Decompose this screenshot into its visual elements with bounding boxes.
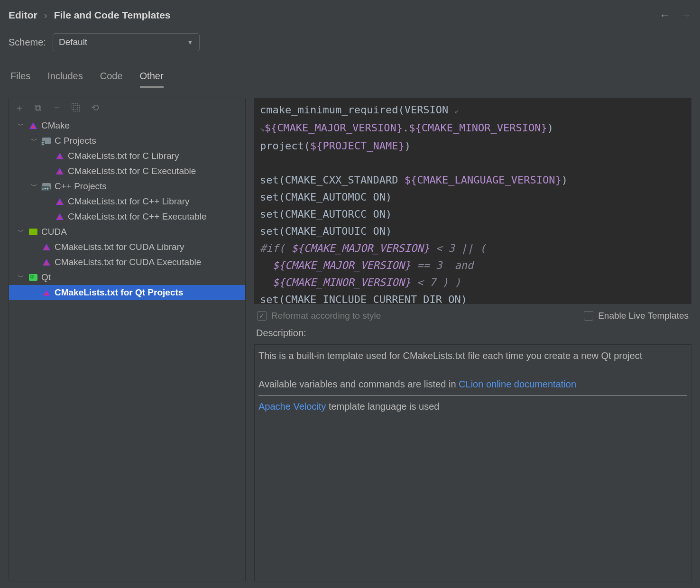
tree-label: CMakeLists.txt for CUDA Library (55, 242, 184, 252)
description-p3b: template language is used (326, 401, 439, 412)
breadcrumb-current: File and Code Templates (54, 9, 171, 21)
copy-template-icon[interactable]: ⧉ (34, 102, 42, 113)
add-icon[interactable]: ＋ (15, 101, 23, 114)
reformat-checkbox: ✓ Reformat according to style (257, 311, 381, 321)
back-arrow-icon[interactable]: ← (659, 9, 671, 22)
tree-node-cmake[interactable]: ﹀ CMake (9, 118, 245, 133)
tree-node-cuda-executable[interactable]: · CMakeLists.txt for CUDA Executable (9, 255, 245, 270)
soft-wrap-icon: ↘ (260, 124, 265, 133)
tree-label: CMakeLists.txt for C Executable (68, 166, 196, 176)
tree-node-cuda[interactable]: ﹀ CUDA (9, 224, 245, 239)
clion-docs-link[interactable]: CLion online documentation (459, 379, 576, 389)
live-templates-label: Enable Live Templates (598, 311, 689, 321)
tree-label: CMakeLists.txt for C Library (68, 151, 179, 161)
description-p1: This is a built-in template used for CMa… (258, 349, 687, 363)
tree-node-c-library[interactable]: · CMakeLists.txt for C Library (9, 148, 245, 164)
breadcrumb: Editor › File and Code Templates (9, 9, 171, 21)
tree-label: CMakeLists.txt for C++ Executable (68, 211, 207, 222)
tree-node-qt[interactable]: ﹀ Qt (9, 270, 245, 285)
tree-label: CMakeLists.txt for Qt Projects (55, 287, 183, 298)
checkbox-checked-icon: ✓ (257, 311, 267, 321)
tree-label: CMakeLists.txt for C++ Library (68, 196, 190, 207)
template-tree[interactable]: ﹀ CMake ﹀ c C Projects · CMakeLists.txt … (9, 117, 245, 581)
tree-label: CMake (41, 120, 70, 131)
folder-icon: c (41, 138, 52, 144)
tab-code[interactable]: Code (100, 71, 123, 88)
tree-label: CUDA (41, 227, 67, 237)
tree-label: Qt (41, 272, 51, 283)
tab-other[interactable]: Other (140, 71, 164, 88)
chevron-down-icon: ▼ (187, 38, 193, 46)
tree-node-cpp-library[interactable]: · CMakeLists.txt for C++ Library (9, 194, 245, 209)
apache-velocity-link[interactable]: Apache Velocity (258, 401, 326, 412)
tree-node-cuda-library[interactable]: · CMakeLists.txt for CUDA Library (9, 239, 245, 255)
cmake-icon (55, 198, 65, 205)
scheme-select[interactable]: Default ▼ (53, 33, 200, 51)
description-p2a: Available variables and commands are lis… (258, 379, 459, 389)
cmake-icon (55, 153, 65, 159)
tree-label: C Projects (55, 136, 96, 146)
tree-node-c-projects[interactable]: ﹀ c C Projects (9, 133, 245, 148)
chevron-right-icon: › (44, 9, 47, 21)
chevron-down-icon[interactable]: ﹀ (18, 121, 26, 130)
cmake-icon (55, 213, 65, 220)
chevron-down-icon[interactable]: ﹀ (18, 273, 26, 282)
forward-arrow-icon: → (680, 9, 691, 22)
tree-node-qt-projects[interactable]: · CMakeLists.txt for Qt Projects (9, 285, 245, 300)
qt-icon (28, 274, 38, 281)
tab-files[interactable]: Files (10, 71, 30, 88)
description-label: Description: (254, 328, 691, 339)
cmake-icon (41, 289, 52, 296)
cmake-icon (28, 122, 38, 129)
remove-icon[interactable]: − (53, 102, 61, 113)
reformat-label: Reformat according to style (271, 311, 381, 321)
enable-live-templates-checkbox[interactable]: Enable Live Templates (584, 311, 689, 321)
cmake-icon (41, 244, 52, 250)
tree-label: CMakeLists.txt for CUDA Executable (55, 257, 201, 267)
template-code-editor[interactable]: cmake_minimum_required(VERSION ↙ ↘${CMAK… (254, 98, 691, 304)
scheme-value: Default (59, 37, 87, 47)
soft-wrap-icon: ↙ (455, 106, 460, 115)
checkbox-unchecked-icon (584, 311, 593, 321)
chevron-down-icon[interactable]: ﹀ (31, 137, 39, 145)
tree-node-cpp-executable[interactable]: · CMakeLists.txt for C++ Executable (9, 209, 245, 224)
cmake-icon (41, 259, 52, 266)
revert-icon[interactable]: ⟲ (91, 102, 99, 113)
tab-includes[interactable]: Includes (47, 71, 83, 88)
cmake-icon (55, 168, 65, 175)
folder-icon: c++ (41, 183, 52, 190)
tree-node-cpp-projects[interactable]: ﹀ c++ C++ Projects (9, 179, 245, 194)
scheme-label: Scheme: (9, 37, 46, 48)
copy-icon[interactable]: ⿻ (72, 102, 80, 113)
tree-label: C++ Projects (55, 181, 107, 192)
tree-node-c-executable[interactable]: · CMakeLists.txt for C Executable (9, 164, 245, 179)
breadcrumb-parent[interactable]: Editor (9, 9, 37, 21)
chevron-down-icon[interactable]: ﹀ (31, 182, 39, 191)
cuda-icon (28, 229, 38, 235)
chevron-down-icon[interactable]: ﹀ (18, 228, 26, 236)
description-box: This is a built-in template used for CMa… (254, 344, 691, 581)
